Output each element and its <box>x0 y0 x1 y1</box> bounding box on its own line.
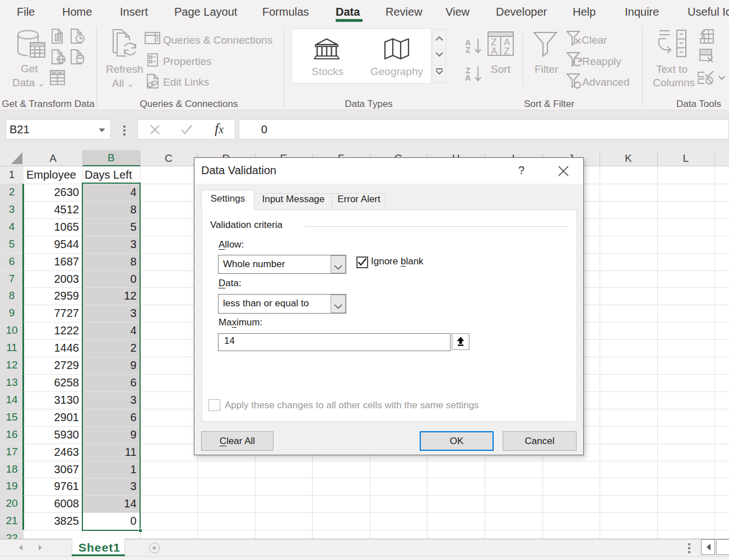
svg-text:A: A <box>491 46 498 56</box>
svg-text:Z: Z <box>504 46 509 56</box>
